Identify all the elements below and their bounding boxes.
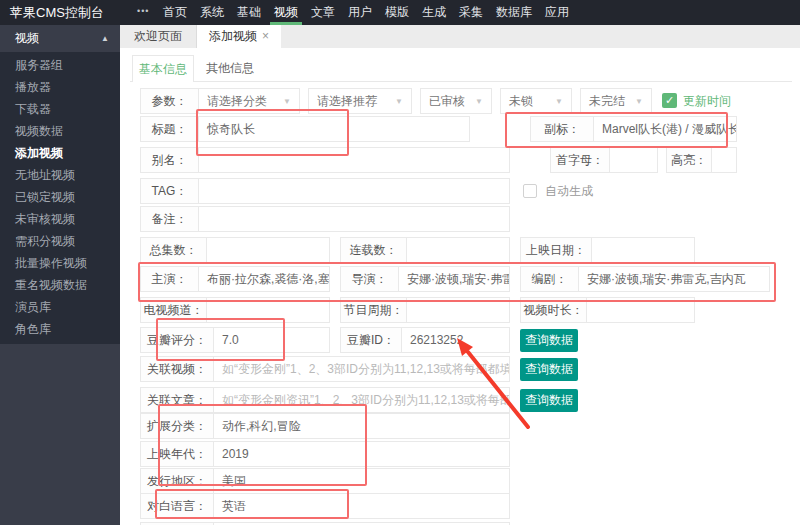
field-year: 上映年代： 2019 (140, 441, 510, 467)
title-label: 标题： (141, 117, 199, 141)
field-release-date: 上映日期： (520, 237, 695, 263)
update-time-checkbox[interactable]: ✓ (662, 93, 677, 108)
title-input[interactable]: 惊奇队长 (199, 117, 469, 141)
language-label: 对白语言： (141, 494, 214, 518)
lock-select[interactable]: 未锁▼ (500, 88, 572, 114)
total-eps-input[interactable] (207, 238, 329, 262)
initial-input[interactable] (610, 148, 657, 172)
sidebar-item-downloader[interactable]: 下载器 (0, 98, 120, 120)
tab-add-video-label: 添加视频 (209, 29, 257, 43)
sidebar-item-no-url-video[interactable]: 无地址视频 (0, 164, 120, 186)
nav-item-user[interactable]: 用户 (348, 0, 372, 25)
recommend-select[interactable]: 请选择推荐▼ (308, 88, 412, 114)
chevron-down-icon: ▼ (391, 97, 403, 106)
tab-basic-info[interactable]: 基本信息 (132, 55, 194, 82)
starring-label: 主演： (141, 267, 199, 291)
audit-select[interactable]: 已审核▼ (420, 88, 492, 114)
nav-item-home[interactable]: 首页 (163, 0, 187, 25)
remark-label: 备注： (141, 207, 199, 231)
language-input[interactable]: 英语 (214, 494, 509, 518)
recommend-select-value: 请选择推荐▼ (309, 89, 411, 113)
sidebar-item-player[interactable]: 播放器 (0, 76, 120, 98)
nav-item-database[interactable]: 数据库 (496, 0, 532, 25)
field-language: 对白语言： 英语 (140, 493, 510, 519)
audit-select-text: 已审核 (429, 93, 465, 110)
tag-input[interactable] (199, 179, 509, 203)
writer-input[interactable]: 安娜·波顿,瑞安·弗雷克,吉内瓦 (579, 267, 769, 291)
douban-query-button[interactable]: 查询数据 (520, 329, 578, 352)
nav-item-app[interactable]: 应用 (545, 0, 569, 25)
sidebar-item-actor-library[interactable]: 演员库 (0, 296, 120, 318)
more-menu-icon[interactable]: ••• (137, 0, 149, 25)
finish-select-text: 未完结 (589, 93, 625, 110)
highlight-label: 高亮： (667, 148, 712, 172)
field-writer: 编剧： 安娜·波顿,瑞安·弗雷克,吉内瓦 (520, 266, 770, 292)
sidebar-item-duplicate-video[interactable]: 重名视频数据 (0, 274, 120, 296)
sidebar-item-points-video[interactable]: 需积分视频 (0, 230, 120, 252)
nav-item-system[interactable]: 系统 (200, 0, 224, 25)
tab-welcome[interactable]: 欢迎页面 (120, 25, 197, 48)
region-input[interactable]: 美国 (214, 469, 509, 493)
autogen-checkbox[interactable] (523, 184, 537, 198)
douban-score-label: 豆瓣评分： (141, 328, 214, 352)
param-label: 参数： (141, 89, 199, 113)
duration-input[interactable] (587, 298, 694, 322)
chevron-down-icon: ▼ (631, 97, 643, 106)
field-serial-count: 连载数： (340, 237, 510, 263)
nav-item-generate[interactable]: 生成 (422, 0, 446, 25)
duration-label: 视频时长： (521, 298, 587, 322)
sidebar-item-locked-video[interactable]: 已锁定视频 (0, 186, 120, 208)
sidebar-item-unreviewed-video[interactable]: 未审核视频 (0, 208, 120, 230)
field-director: 导演： 安娜·波顿,瑞安·弗雷克 (340, 266, 510, 292)
nav-item-basic[interactable]: 基础 (237, 0, 261, 25)
category-select[interactable]: 请选择分类▼ (199, 89, 299, 113)
starring-input[interactable]: 布丽·拉尔森,裘德·洛,塞缪尔·杰 (199, 267, 329, 291)
related-article-query-button[interactable]: 查询数据 (520, 389, 578, 412)
chevron-down-icon: ▼ (279, 97, 291, 106)
related-video-query-button[interactable]: 查询数据 (520, 358, 578, 381)
ext-category-input[interactable]: 动作,科幻,冒险 (214, 414, 509, 438)
field-region: 发行地区： 美国 (140, 468, 510, 494)
sidebar-item-role-library[interactable]: 角色库 (0, 318, 120, 340)
douban-id-input[interactable]: 26213252 (402, 328, 509, 352)
finish-select[interactable]: 未完结▼ (580, 88, 652, 114)
related-article-input[interactable]: 如“变形金刚资讯”1、2、3部ID分别为11,12,13或将每部都填“变形金刚资… (214, 388, 509, 412)
subtitle-input[interactable]: Marvel队长(港) / 漫威队长 / (594, 117, 736, 141)
release-date-label: 上映日期： (521, 238, 592, 262)
nav-item-article[interactable]: 文章 (311, 0, 335, 25)
serial-count-input[interactable] (407, 238, 509, 262)
chevron-down-icon: ▼ (471, 97, 483, 106)
tab-other-info[interactable]: 其他信息 (206, 55, 254, 82)
field-ext-category: 扩展分类： 动作,科幻,冒险 (140, 413, 510, 439)
release-date-input[interactable] (592, 238, 694, 262)
remark-input[interactable] (199, 207, 509, 231)
program-cycle-input[interactable] (407, 298, 509, 322)
field-initial: 首字母： (550, 147, 658, 173)
related-video-input[interactable]: 如“变形金刚”1、2、3部ID分别为11,12,13或将每部都填“变形金刚” (214, 357, 509, 381)
tab-add-video[interactable]: 添加视频× (197, 25, 281, 48)
tab-close-icon[interactable]: × (262, 29, 269, 43)
nav-item-collect[interactable]: 采集 (459, 0, 483, 25)
collapse-up-icon: ▲ (101, 25, 109, 52)
app-title: 苹果CMS控制台 (10, 0, 104, 25)
sidebar-group-video[interactable]: 视频 ▲ (0, 25, 120, 52)
sidebar-item-add-video[interactable]: 添加视频 (0, 142, 120, 164)
year-input[interactable]: 2019 (214, 442, 509, 466)
related-video-label: 关联视频： (141, 357, 214, 381)
field-tag: TAG： (140, 178, 510, 204)
sidebar-item-batch-video[interactable]: 批量操作视频 (0, 252, 120, 274)
tv-channel-input[interactable] (207, 298, 329, 322)
sidebar-item-server-group[interactable]: 服务器组 (0, 54, 120, 76)
highlight-input[interactable] (712, 148, 736, 172)
alias-input[interactable] (199, 148, 509, 172)
field-highlight: 高亮： (666, 147, 737, 173)
sidebar-item-video-data[interactable]: 视频数据 (0, 120, 120, 142)
douban-score-input[interactable]: 7.0 (214, 328, 329, 352)
nav-item-template[interactable]: 模版 (385, 0, 409, 25)
lock-select-text: 未锁 (509, 93, 533, 110)
sidebar-group-label: 视频 (15, 31, 39, 45)
recommend-select-text: 请选择推荐 (317, 93, 377, 110)
director-input[interactable]: 安娜·波顿,瑞安·弗雷克 (399, 267, 509, 291)
tv-channel-label: 电视频道： (141, 298, 207, 322)
nav-item-video[interactable]: 视频 (274, 0, 298, 25)
